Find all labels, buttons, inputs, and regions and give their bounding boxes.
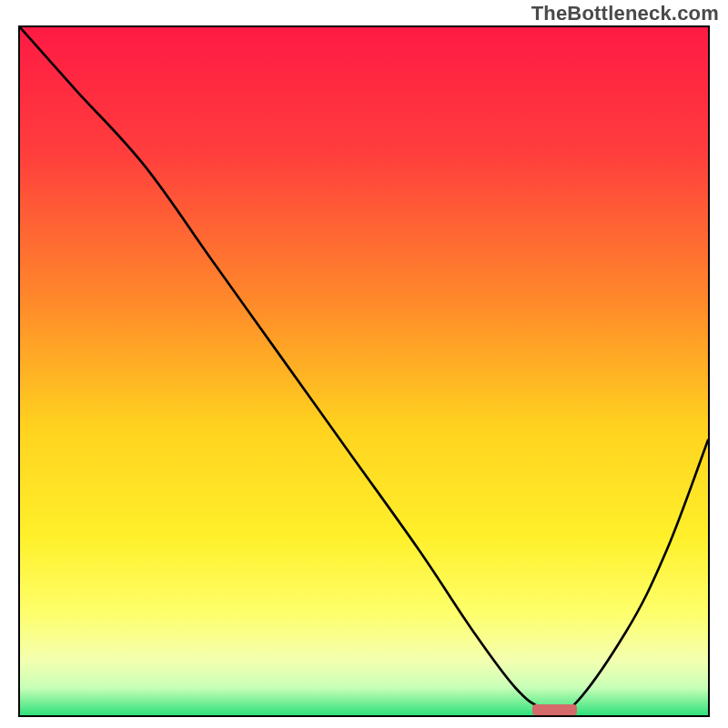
bottleneck-curve-path xyxy=(20,27,708,715)
curve-layer xyxy=(20,27,708,715)
plot-area xyxy=(18,25,710,717)
watermark-text: TheBottleneck.com xyxy=(531,2,719,25)
optimal-marker xyxy=(532,704,577,715)
bottleneck-chart: TheBottleneck.com xyxy=(0,0,728,728)
